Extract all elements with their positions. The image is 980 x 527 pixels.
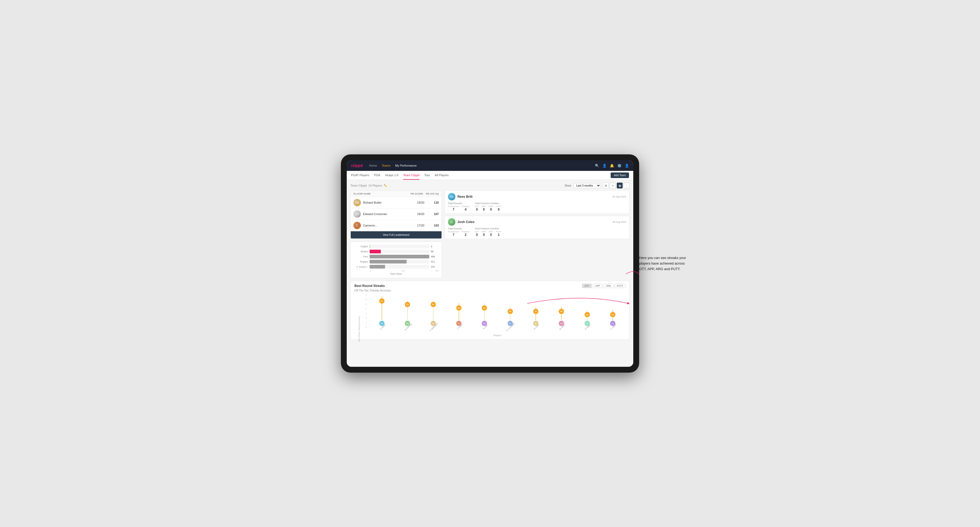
arg-value: 0	[490, 233, 492, 237]
chart-row-bogeys: Bogeys 311	[353, 260, 439, 264]
putt-stat: PUTT 0	[496, 205, 501, 211]
table-row: EC 2 Edward Crossman 18/20 107	[351, 208, 442, 220]
chart-bar-wrap	[370, 265, 429, 268]
rounds-label: Total Rounds	[448, 227, 469, 230]
nav-teams[interactable]: Teams	[382, 164, 390, 167]
edit-icon[interactable]: ✏️	[384, 184, 387, 187]
streak-bubble: 6x	[405, 302, 410, 307]
best-round-streaks-section: Best Round Streaks OTT APP ARG PUTT Off …	[350, 281, 630, 340]
streak-bubble: 4x	[533, 309, 538, 314]
nav-links: Home Teams My Performance	[369, 164, 595, 167]
leaderboard-card: PLAYER NAME PB SCORE PB AVG SQ RB 1	[350, 190, 442, 239]
streak-col: 5xRBR. Britt	[472, 294, 497, 328]
subnav: PGAT Players PGA Hcaps 1-5 Team Clippd T…	[347, 171, 633, 180]
player-avg: 110	[430, 201, 439, 204]
tournament-value: 7	[452, 233, 454, 237]
putt-value: 1	[498, 233, 500, 237]
streaks-bars: 7xEEE. Ebert6xBMB. McHarg6xDBD. Billingh…	[369, 294, 625, 328]
player-card: JC Josh Coles 26 Aug 2023 Total Rounds	[444, 216, 630, 239]
chart-label: Eagles	[353, 245, 368, 248]
search-icon[interactable]: 🔍	[595, 163, 599, 168]
player-card-date: 02 Sep 2023	[612, 195, 626, 198]
add-team-button[interactable]: Add Team	[611, 173, 629, 178]
subnav-hcaps[interactable]: Hcaps 1-5	[385, 171, 398, 179]
subnav-pgat[interactable]: PGAT Players	[351, 171, 369, 179]
arg-stat: ARG 0	[488, 230, 493, 237]
streak-bubble: 3x	[584, 312, 590, 317]
ott-value: 0	[476, 233, 478, 237]
subnav-all-players[interactable]: All Players	[435, 171, 449, 179]
grid-view-btn[interactable]: ⊞	[603, 183, 609, 189]
app-value: 0	[483, 233, 485, 237]
avatar: EC 2	[353, 210, 361, 218]
team-name: Team Clippd	[350, 184, 367, 187]
practice-activities-group: Total Practice Activities OTT 0 APP	[475, 202, 501, 211]
streak-bubble: 6x	[431, 302, 436, 307]
streak-bubble: 4x	[559, 309, 564, 314]
filter-app-button[interactable]: APP	[593, 284, 602, 288]
filter-arg-button[interactable]: ARG	[603, 284, 614, 288]
subnav-tour[interactable]: Tour	[424, 171, 430, 179]
app-stat: APP 0	[482, 230, 486, 237]
chart-bar	[370, 265, 385, 268]
pc-name-row: RB Rees Britt	[448, 193, 473, 200]
subnav-team-clippd[interactable]: Team Clippd	[403, 171, 419, 179]
detail-view-btn[interactable]: ⋮	[624, 183, 630, 189]
streak-col: 6xDBD. Billingham	[420, 294, 446, 328]
table-row: RB 1 Richard Butler 19/20 110	[351, 197, 442, 208]
player-cards-section: RB Rees Britt 02 Sep 2023 Total Rounds	[444, 190, 630, 239]
chart-row-dbogeys: D. Bogeys + 131	[353, 265, 439, 268]
player-name: Edward Crossman	[363, 213, 412, 216]
list-view-btn[interactable]: ≡	[610, 183, 616, 189]
col-pb-score: PB SCORE	[410, 192, 423, 195]
streak-col: 3xRBR. Butler	[574, 294, 600, 328]
avatar-icon[interactable]: 👤	[625, 163, 629, 168]
x-axis-label: Players	[369, 334, 625, 337]
nav-icons: 🔍 👤 🔔 ⚙️ 👤	[595, 163, 629, 168]
pa-label: Total Practice Activities	[475, 227, 501, 230]
pc-rounds: Total Rounds Tournament 7	[448, 202, 626, 211]
putt-value: 0	[498, 208, 500, 211]
view-full-leaderboard-button[interactable]: View Full Leaderboard	[351, 231, 442, 238]
x-tick: 200	[401, 270, 405, 272]
nav-performance[interactable]: My Performance	[395, 164, 417, 167]
practice-stat: Practice 2	[462, 230, 469, 237]
chart-bar-wrap	[370, 255, 429, 259]
streaks-title: Best Round Streaks	[355, 284, 385, 288]
streaks-filter: OTT APP ARG PUTT	[582, 284, 625, 288]
chart-bar	[370, 255, 429, 259]
chart-label: Birdies	[353, 250, 368, 253]
navbar: clippd Home Teams My Performance 🔍 👤 🔔 ⚙…	[347, 160, 633, 171]
main-content: Team Clippd 14 Players ✏️ Show Last 3 mo…	[347, 180, 633, 367]
user-icon[interactable]: 👤	[602, 163, 607, 168]
streak-col: 3xCQC. Quick	[600, 294, 625, 328]
player-name: Richard Butler	[363, 201, 412, 204]
subnav-pga[interactable]: PGA	[374, 171, 380, 179]
tournament-stat: Tournament 7	[448, 230, 459, 237]
rank-badge: 1	[358, 204, 361, 206]
player-name: Cameron...	[363, 224, 412, 227]
streak-bubble: 5x	[482, 305, 487, 311]
chart-bar	[370, 260, 407, 264]
show-select[interactable]: Last 3 months Last 6 months Last 12 mont…	[573, 183, 601, 188]
app-value: 0	[483, 208, 485, 211]
pa-label: Total Practice Activities	[475, 202, 501, 205]
team-player-count: 14 Players	[368, 184, 382, 187]
bell-icon[interactable]: 🔔	[610, 163, 614, 168]
card-view-btn[interactable]: ▦	[617, 183, 623, 189]
avatar: RB	[448, 193, 455, 200]
filter-ott-button[interactable]: OTT	[582, 284, 592, 288]
pc-header: RB Rees Britt 02 Sep 2023	[448, 193, 626, 200]
ott-stat: OTT 0	[475, 205, 479, 211]
total-rounds-group: Total Rounds Tournament 7	[448, 202, 469, 211]
pc-name-row: JC Josh Coles	[448, 218, 474, 226]
ott-value: 0	[476, 208, 478, 211]
chart-label: Bogeys	[353, 260, 368, 263]
filter-putt-button[interactable]: PUTT	[615, 284, 626, 288]
rounds-labels: Tournament 7 Practice 4	[448, 205, 469, 211]
nav-home[interactable]: Home	[369, 164, 377, 167]
view-icons: ⊞ ≡ ▦ ⋮	[603, 183, 630, 189]
settings-icon[interactable]: ⚙️	[617, 163, 622, 168]
chart-bar	[370, 250, 381, 253]
y-ticks: 7 6 5 4 3 2 1 0	[355, 294, 368, 328]
